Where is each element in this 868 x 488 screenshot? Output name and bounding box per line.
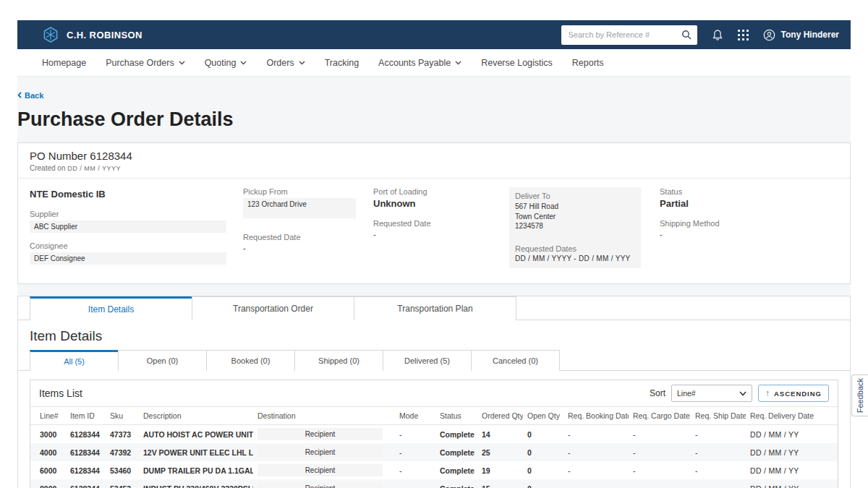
pickup-requested-date-label: Requested Date bbox=[243, 233, 373, 241]
table-row: 400061283444739212V POWER UNIT ELEC LHL … bbox=[30, 443, 838, 461]
cell-req-cargo-date: - bbox=[629, 443, 691, 461]
nav-item-accounts-payable[interactable]: Accounts Payable bbox=[378, 58, 461, 68]
column-header-mode: Mode bbox=[395, 407, 435, 425]
subtab-all[interactable]: All (5) bbox=[30, 350, 119, 371]
nav-item-tracking[interactable]: Tracking bbox=[325, 58, 359, 68]
items-list-toolbar: Items List Sort Line# ↑ ASCENDING bbox=[30, 380, 838, 406]
port-of-loading-label: Port of Loading bbox=[373, 187, 509, 196]
cell-ordered-qty: 19 bbox=[477, 461, 523, 479]
created-on: Created on DD / MM / YYYY bbox=[30, 164, 838, 172]
brand-name: C.H. ROBINSON bbox=[67, 30, 142, 40]
notifications-bell-icon[interactable] bbox=[712, 29, 723, 41]
cell-req-cargo-date: - bbox=[629, 479, 691, 488]
tab-transportation-plan[interactable]: Transportation Plan bbox=[354, 296, 516, 320]
brand-logo[interactable]: C.H. ROBINSON bbox=[42, 26, 142, 43]
nav-item-homepage[interactable]: Homepage bbox=[42, 58, 86, 68]
sort-direction-button[interactable]: ↑ ASCENDING bbox=[758, 385, 829, 402]
tab-item-details[interactable]: Item Details bbox=[30, 296, 192, 320]
cell-req-ship-date: - bbox=[691, 425, 746, 444]
subtab-open[interactable]: Open (0) bbox=[118, 350, 207, 371]
feedback-label: Feedback bbox=[856, 378, 864, 413]
cell-ordered-qty: 14 bbox=[477, 425, 523, 444]
column-header-req-ship-date: Req. Ship Date bbox=[691, 407, 746, 425]
deliver-to-panel: Deliver To 567 Hill Road Town Center 123… bbox=[509, 187, 641, 268]
supplier-label: Supplier bbox=[30, 210, 243, 218]
arrow-up-icon: ↑ bbox=[765, 388, 770, 398]
cell-sku: 47373 bbox=[106, 425, 139, 444]
cell-description: 12V POWER UNIT ELEC LHL LG RES bbox=[139, 443, 253, 461]
supplier-value: ABC Supplier bbox=[30, 221, 226, 233]
sort-direction-label: ASCENDING bbox=[774, 390, 822, 398]
cell-req-ship-date: - bbox=[691, 443, 746, 461]
item-details-heading: Item Details bbox=[18, 320, 850, 350]
cell-req-cargo-date: - bbox=[629, 425, 691, 444]
cell-item-id: 6128344 bbox=[66, 425, 106, 444]
search-icon[interactable] bbox=[681, 30, 692, 40]
cell-line-number: 8000 bbox=[30, 479, 66, 488]
nav-item-quoting[interactable]: Quoting bbox=[205, 58, 247, 68]
po-summary-header: PO Number 6128344 Created on DD / MM / Y… bbox=[18, 143, 850, 179]
nav-item-purchase-orders[interactable]: Purchase Orders bbox=[106, 58, 184, 68]
sort-label: Sort bbox=[650, 388, 665, 398]
nav-item-reports[interactable]: Reports bbox=[572, 58, 604, 68]
cell-destination: Recipient bbox=[253, 461, 395, 479]
apps-grid-icon[interactable] bbox=[738, 30, 749, 40]
cell-req-delivery-date: DD / MM / YY bbox=[746, 461, 838, 479]
nav-item-orders[interactable]: Orders bbox=[266, 58, 305, 68]
column-header-status: Status bbox=[435, 407, 477, 425]
deliver-to-line: 567 Hill Road bbox=[515, 202, 635, 212]
summary-status-column: Status Partial Shipping Method - bbox=[660, 187, 838, 273]
chevron-down-icon bbox=[739, 391, 746, 396]
po-number: PO Number 6128344 bbox=[30, 150, 838, 162]
sort-select[interactable]: Line# bbox=[671, 385, 752, 402]
requested-dates-value: DD / MM / YYYY - DD / MM / YYY bbox=[515, 254, 635, 262]
deliver-to-line: Town Center bbox=[515, 212, 635, 222]
cell-sku: 53453 bbox=[106, 479, 139, 488]
search-box[interactable] bbox=[561, 25, 697, 45]
column-header-destination: Destination bbox=[253, 407, 395, 425]
deliver-to-line: 1234578 bbox=[515, 221, 635, 231]
feedback-button[interactable]: Feedback bbox=[851, 374, 868, 416]
destination-value: Recipient bbox=[258, 464, 383, 476]
summary-deliver-column: Deliver To 567 Hill Road Town Center 123… bbox=[509, 187, 660, 273]
shipping-method-label: Shipping Method bbox=[660, 219, 838, 228]
column-header-description: Description bbox=[139, 407, 253, 425]
consignee-label: Consignee bbox=[30, 241, 243, 250]
cell-req-ship-date: - bbox=[691, 461, 746, 479]
search-input[interactable] bbox=[567, 30, 681, 40]
column-header-req-delivery-date: Req. Delivery Date bbox=[746, 407, 838, 425]
chevron-down-icon bbox=[299, 61, 305, 65]
chevron-left-icon bbox=[17, 92, 22, 98]
subtab-booked[interactable]: Booked (0) bbox=[206, 350, 295, 371]
column-header-ordered-qty: Ordered Qty bbox=[477, 407, 523, 425]
sort-controls: Sort Line# ↑ ASCENDING bbox=[650, 385, 829, 402]
tab-transportation-order[interactable]: Transportation Order bbox=[192, 296, 354, 320]
cell-req-delivery-date: DD / MM / YY bbox=[746, 425, 838, 444]
table-row: 8000612834453453INDUST PU 230/460V 2320P… bbox=[30, 479, 838, 488]
status-filter-tabs: All (5) Open (0) Booked (0) Shipped (0) … bbox=[18, 350, 850, 371]
top-header-bar: C.H. ROBINSON bbox=[17, 20, 851, 49]
subtab-delivered[interactable]: Delivered (5) bbox=[383, 350, 472, 371]
person-icon bbox=[763, 29, 775, 41]
sort-select-value: Line# bbox=[677, 389, 696, 398]
back-link[interactable]: Back bbox=[17, 91, 43, 100]
cell-line-number: 3000 bbox=[30, 425, 66, 444]
subtab-canceled[interactable]: Canceled (0) bbox=[471, 350, 560, 371]
nav-item-reverse-logistics[interactable]: Reverse Logistics bbox=[481, 58, 553, 68]
cell-status: Complete bbox=[435, 479, 477, 488]
subtab-shipped[interactable]: Shipped (0) bbox=[294, 350, 383, 371]
cell-description: AUTO HOIST AC POWER UNIT 230V bbox=[139, 425, 253, 444]
column-header-line-number: Line# bbox=[30, 407, 66, 425]
cell-mode: - bbox=[395, 479, 435, 488]
page-content: Back Purchase Order Details PO Number 61… bbox=[17, 77, 851, 488]
order-type: NTE Domestic IB bbox=[30, 189, 243, 200]
cell-req-ship-date: - bbox=[691, 479, 746, 488]
column-header-sku: Sku bbox=[106, 407, 139, 425]
pickup-requested-date-value: - bbox=[243, 244, 373, 252]
po-summary-card: PO Number 6128344 Created on DD / MM / Y… bbox=[17, 142, 851, 284]
cell-sku: 53460 bbox=[106, 461, 139, 479]
cell-destination: Recipient bbox=[253, 443, 395, 461]
user-account-menu[interactable]: Tony Hinderer bbox=[763, 29, 839, 41]
cell-item-id: 6128344 bbox=[66, 479, 106, 488]
cell-open-qty: 0 bbox=[523, 479, 563, 488]
